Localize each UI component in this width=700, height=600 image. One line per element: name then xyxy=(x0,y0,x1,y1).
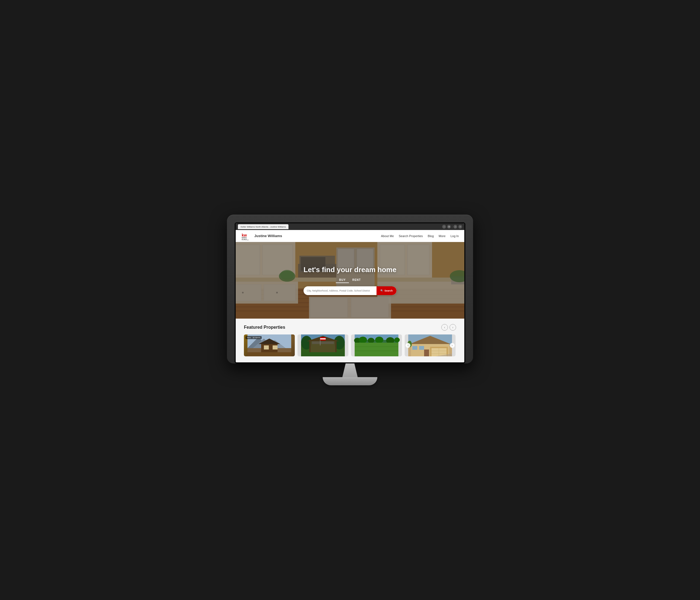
svg-rect-72 xyxy=(355,343,398,356)
svg-rect-55 xyxy=(309,340,336,354)
divider-icon xyxy=(452,225,452,228)
property-card-3[interactable] xyxy=(351,334,402,356)
nav-link-blog[interactable]: Blog xyxy=(428,234,434,238)
svg-point-71 xyxy=(394,338,400,342)
property-card-2[interactable] xyxy=(298,334,348,356)
hero-tabs: BUY RENT xyxy=(336,277,364,283)
social-icon-fb[interactable]: f xyxy=(442,225,446,229)
property-card-1[interactable]: New - 16 Hours xyxy=(244,334,295,356)
hero-content: Let's find your dream home BUY RENT xyxy=(236,242,464,319)
hero-tab-rent[interactable]: RENT xyxy=(349,277,364,283)
carousel-controls: ‹ › xyxy=(441,324,456,331)
featured-header: Featured Properties ‹ › xyxy=(244,324,456,331)
card-nav-prev[interactable]: ‹ xyxy=(405,343,410,348)
chevron-left-icon: ‹ xyxy=(444,326,445,329)
nav-links: About Me Search Properties Blog More Log… xyxy=(381,234,459,238)
menu-icon[interactable]: ▾ xyxy=(458,225,462,229)
browser-icons: f ▣ ⎙ ▾ xyxy=(442,225,462,229)
svg-rect-60 xyxy=(309,341,310,354)
nav-link-search[interactable]: Search Properties xyxy=(399,234,423,238)
search-button-label: Search xyxy=(384,289,393,292)
nav-brand-name: Justine Williams xyxy=(254,234,282,238)
property-image-2 xyxy=(298,334,348,356)
svg-rect-50 xyxy=(247,352,291,356)
svg-rect-49 xyxy=(273,345,278,350)
social-icon-ig[interactable]: ▣ xyxy=(447,225,451,229)
svg-point-67 xyxy=(359,336,367,343)
property-image-4 xyxy=(405,334,455,356)
svg-rect-59 xyxy=(320,338,326,340)
hero-tab-buy[interactable]: BUY xyxy=(336,277,349,283)
hero-search-button[interactable]: 🔍 Search xyxy=(377,286,397,295)
featured-section: Featured Properties ‹ › xyxy=(236,319,464,362)
hero-section: Let's find your dream home BUY RENT xyxy=(236,242,464,319)
nav-link-more[interactable]: More xyxy=(439,234,445,238)
svg-rect-48 xyxy=(264,345,269,350)
browser-tab[interactable]: Keller Williams North Atlanta - Justine … xyxy=(238,224,289,229)
print-icon[interactable]: ⎙ xyxy=(453,225,457,229)
svg-rect-62 xyxy=(301,352,345,356)
stand-base xyxy=(323,377,377,385)
nav-link-login[interactable]: Log In xyxy=(450,234,459,238)
property-image-3 xyxy=(351,334,402,356)
kw-logo-svg: kw NORTH ATLANTA KELLERWILLIAMS. xyxy=(241,232,252,241)
carousel-prev-button[interactable]: ‹ xyxy=(441,324,448,331)
property-badge-1: New - 16 Hours xyxy=(246,336,262,339)
svg-rect-85 xyxy=(419,346,424,350)
monitor-wrapper: Keller Williams North Atlanta - Justine … xyxy=(227,215,473,385)
properties-grid: New - 16 Hours xyxy=(244,334,456,356)
nav-bar: kw NORTH ATLANTA KELLERWILLIAMS. Justine… xyxy=(236,230,464,242)
carousel-next-button[interactable]: › xyxy=(450,324,456,331)
hero-search-bar: 🔍 Search xyxy=(303,286,397,295)
hero-search-input[interactable] xyxy=(303,289,377,292)
property-card-4[interactable]: ‹ › xyxy=(405,334,455,356)
browser-chrome: Keller Williams North Atlanta - Justine … xyxy=(236,223,464,230)
svg-rect-84 xyxy=(412,346,417,350)
monitor-screen: Keller Williams North Atlanta - Justine … xyxy=(236,223,464,362)
featured-title: Featured Properties xyxy=(244,325,285,330)
search-icon: 🔍 xyxy=(380,289,383,292)
svg-rect-61 xyxy=(335,341,336,354)
card-nav-next[interactable]: › xyxy=(450,343,455,348)
browser-tab-label: Keller Williams North Atlanta - Justine … xyxy=(241,226,286,228)
svg-rect-86 xyxy=(424,350,429,356)
svg-point-69 xyxy=(375,336,383,343)
nav-link-about[interactable]: About Me xyxy=(381,234,394,238)
chevron-right-icon: › xyxy=(452,326,453,329)
svg-text:KELLERWILLIAMS.: KELLERWILLIAMS. xyxy=(242,240,249,241)
stand-neck xyxy=(339,364,361,377)
svg-point-68 xyxy=(368,338,374,343)
nav-logo: kw NORTH ATLANTA KELLERWILLIAMS. Justine… xyxy=(241,232,282,241)
monitor-stand xyxy=(323,364,377,385)
monitor-screen-bezel: Keller Williams North Atlanta - Justine … xyxy=(234,222,466,364)
hero-title: Let's find your dream home xyxy=(303,266,397,274)
monitor-outer: Keller Williams North Atlanta - Justine … xyxy=(227,215,473,364)
